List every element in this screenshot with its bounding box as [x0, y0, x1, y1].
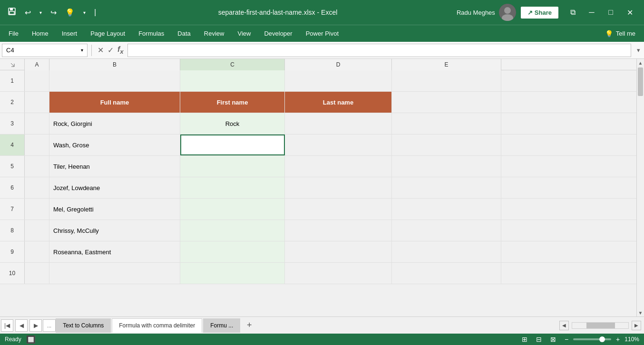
row-header-6[interactable]: 6: [0, 177, 25, 198]
vertical-scrollbar[interactable]: ▲ ▼: [636, 59, 644, 316]
add-sheet-button[interactable]: +: [243, 319, 255, 332]
row-header-4[interactable]: 4: [0, 134, 25, 155]
menu-formulas[interactable]: Formulas: [132, 28, 171, 39]
formula-input[interactable]: [127, 44, 631, 57]
normal-view-button[interactable]: ⊞: [520, 335, 529, 343]
cell-d6[interactable]: [285, 177, 392, 198]
menu-file[interactable]: File: [2, 28, 25, 39]
cell-b5[interactable]: Tiler, Heenan: [49, 156, 180, 177]
col-header-d[interactable]: D: [285, 59, 392, 70]
zoom-thumb[interactable]: [599, 336, 605, 342]
auto-save-button[interactable]: 💡: [62, 7, 78, 18]
cell-a2[interactable]: [25, 92, 49, 113]
cell-e3[interactable]: [392, 113, 501, 134]
scroll-down-button[interactable]: ▼: [637, 309, 644, 316]
row-header-9[interactable]: 9: [0, 241, 25, 262]
cell-a3[interactable]: [25, 113, 49, 134]
cell-d4[interactable]: [285, 134, 392, 155]
cell-c10[interactable]: [180, 263, 285, 284]
cell-c3[interactable]: Rock: [180, 113, 285, 134]
customize-qa[interactable]: |: [91, 7, 99, 18]
confirm-formula-button[interactable]: ✓: [107, 46, 114, 55]
col-header-e[interactable]: E: [392, 59, 501, 70]
cell-b10[interactable]: [49, 263, 180, 284]
col-header-a[interactable]: A: [25, 59, 49, 70]
cell-d5[interactable]: [285, 156, 392, 177]
tab-first-button[interactable]: |◀: [1, 319, 13, 332]
cell-a10[interactable]: [25, 263, 49, 284]
tab-next-button[interactable]: ▶: [29, 319, 42, 332]
cell-b2-fullname[interactable]: Full name: [49, 92, 180, 113]
cell-e4[interactable]: [392, 134, 501, 155]
cell-c1[interactable]: [180, 70, 285, 91]
cell-e7[interactable]: [392, 199, 501, 220]
cell-c6[interactable]: [180, 177, 285, 198]
cell-e1[interactable]: [392, 70, 501, 91]
cell-c2-firstname[interactable]: First name: [180, 92, 285, 113]
undo-dropdown[interactable]: ▾: [37, 9, 45, 16]
col-header-c[interactable]: C: [180, 59, 285, 70]
cell-e8[interactable]: [392, 220, 501, 241]
cell-d3[interactable]: [285, 113, 392, 134]
cell-d10[interactable]: [285, 263, 392, 284]
maximize-button[interactable]: □: [601, 3, 620, 22]
menu-view[interactable]: View: [231, 28, 257, 39]
cell-a7[interactable]: [25, 199, 49, 220]
menu-power-pivot[interactable]: Power Pivot: [299, 28, 345, 39]
col-header-b[interactable]: B: [49, 59, 180, 70]
cell-b7[interactable]: Mel, Gregoletti: [49, 199, 180, 220]
tab-more-button[interactable]: ...: [43, 319, 56, 332]
cell-d9[interactable]: [285, 241, 392, 262]
row-header-8[interactable]: 8: [0, 220, 25, 241]
cell-a6[interactable]: [25, 177, 49, 198]
tab-text-to-columns[interactable]: Text to Columns: [56, 318, 111, 333]
insert-function-button[interactable]: fx: [117, 45, 124, 55]
cell-c4[interactable]: [180, 134, 285, 155]
cell-a4[interactable]: [25, 134, 49, 155]
cell-e6[interactable]: [392, 177, 501, 198]
share-button[interactable]: ↗ Share: [521, 7, 558, 19]
cell-d2-lastname[interactable]: Last name: [285, 92, 392, 113]
restore-button[interactable]: ⧉: [563, 3, 582, 22]
tab-formula-comma[interactable]: Formula with comma delimiter: [112, 318, 202, 333]
cell-e2[interactable]: [392, 92, 501, 113]
cell-b1[interactable]: [49, 70, 180, 91]
cell-a1[interactable]: [25, 70, 49, 91]
formula-expand-icon[interactable]: ▾: [633, 47, 644, 54]
row-header-10[interactable]: 10: [0, 263, 25, 284]
cell-c9[interactable]: [180, 241, 285, 262]
zoom-in-button[interactable]: +: [614, 335, 622, 343]
cell-c5[interactable]: [180, 156, 285, 177]
menu-developer[interactable]: Developer: [257, 28, 299, 39]
menu-home[interactable]: Home: [25, 28, 55, 39]
row-header-5[interactable]: 5: [0, 156, 25, 177]
minimize-button[interactable]: ─: [582, 3, 601, 22]
h-scroll-right-button[interactable]: ▶: [632, 321, 641, 330]
horizontal-scrollbar[interactable]: [572, 322, 629, 329]
cell-d1[interactable]: [285, 70, 392, 91]
scroll-thumb[interactable]: [638, 67, 643, 96]
row-header-1[interactable]: 1: [0, 70, 25, 91]
tab-formu[interactable]: Formu ...: [203, 318, 240, 333]
zoom-slider[interactable]: [573, 338, 611, 340]
cell-d8[interactable]: [285, 220, 392, 241]
cancel-formula-button[interactable]: ✕: [98, 46, 104, 55]
cell-b6[interactable]: Jozef, Lowdeane: [49, 177, 180, 198]
cell-a8[interactable]: [25, 220, 49, 241]
undo-button[interactable]: ↩: [22, 7, 34, 18]
close-button[interactable]: ✕: [620, 3, 639, 22]
menu-review[interactable]: Review: [197, 28, 231, 39]
cell-e10[interactable]: [392, 263, 501, 284]
name-box[interactable]: C4 ▾: [2, 44, 88, 57]
cell-b8[interactable]: Chrissy, McCully: [49, 220, 180, 241]
cell-b9[interactable]: Roseanna, Eastment: [49, 241, 180, 262]
menu-insert[interactable]: Insert: [55, 28, 84, 39]
redo-button[interactable]: ↪: [48, 7, 59, 18]
cell-c7[interactable]: [180, 199, 285, 220]
h-scroll-thumb[interactable]: [586, 323, 615, 328]
cell-d7[interactable]: [285, 199, 392, 220]
h-scroll-left-button[interactable]: ◀: [559, 321, 569, 330]
cell-e9[interactable]: [392, 241, 501, 262]
page-layout-view-button[interactable]: ⊟: [534, 335, 544, 343]
row-header-7[interactable]: 7: [0, 199, 25, 220]
